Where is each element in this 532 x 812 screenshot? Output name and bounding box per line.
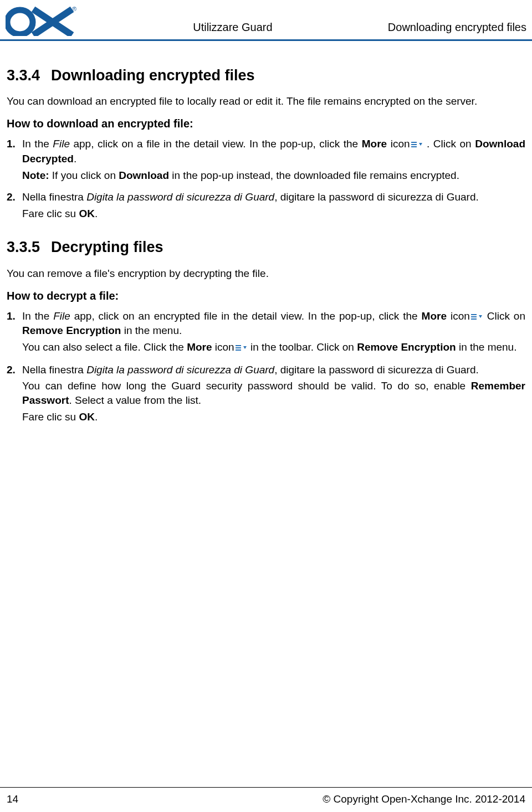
section-intro: You can remove a file's encryption by de… — [7, 266, 525, 281]
list-item: 1. In the File app, click on an encrypte… — [7, 309, 525, 357]
section-intro: You can download an encrypted file to lo… — [7, 94, 525, 109]
step-number: 2. — [7, 363, 22, 426]
ox-logo-icon: ® — [6, 6, 78, 36]
svg-rect-3 — [411, 144, 417, 145]
section-title: Decrypting files — [51, 239, 163, 255]
svg-rect-6 — [471, 316, 477, 317]
step-number: 2. — [7, 190, 22, 223]
svg-point-0 — [7, 10, 33, 34]
procedure-title: How to decrypt a file: — [7, 289, 525, 304]
procedure-list-334: 1. In the File app, click on a file in t… — [7, 137, 525, 223]
section-title: Downloading encrypted files — [51, 67, 255, 84]
list-item: 1. In the File app, click on a file in t… — [7, 137, 525, 184]
section-number: 3.3.5 — [7, 239, 40, 255]
logo: ® — [6, 6, 78, 36]
procedure-title: How to download an encrypted file: — [7, 116, 525, 131]
page-footer: 14 © Copyright Open-Xchange Inc. 2012-20… — [0, 787, 532, 812]
more-icon — [471, 310, 482, 324]
header-center-title: Utilizzare Guard — [78, 20, 388, 36]
step-number: 1. — [7, 137, 22, 184]
copyright: © Copyright Open-Xchange Inc. 2012-2014 — [323, 792, 525, 806]
more-icon — [411, 137, 422, 152]
step-number: 1. — [7, 309, 22, 357]
svg-rect-2 — [411, 142, 417, 143]
section-heading-335: 3.3.5Decrypting files — [7, 237, 525, 257]
list-item: 2. Nella finestra Digita la password di … — [7, 363, 525, 426]
svg-rect-7 — [471, 318, 477, 320]
page-number: 14 — [7, 792, 18, 806]
more-icon — [236, 341, 247, 355]
header-right-title: Downloading encrypted files — [388, 20, 526, 36]
svg-rect-9 — [236, 347, 241, 348]
svg-rect-8 — [236, 345, 241, 346]
section-heading-334: 3.3.4Downloading encrypted files — [7, 65, 525, 85]
svg-rect-10 — [236, 350, 241, 351]
svg-rect-4 — [411, 146, 417, 147]
svg-rect-5 — [471, 314, 477, 315]
page-header: ® Utilizzare Guard Downloading encrypted… — [0, 0, 532, 41]
svg-text:®: ® — [72, 6, 76, 12]
page-content: 3.3.4Downloading encrypted files You can… — [0, 41, 532, 426]
procedure-list-335: 1. In the File app, click on an encrypte… — [7, 309, 525, 426]
section-number: 3.3.4 — [7, 67, 40, 84]
list-item: 2. Nella finestra Digita la password di … — [7, 190, 525, 223]
